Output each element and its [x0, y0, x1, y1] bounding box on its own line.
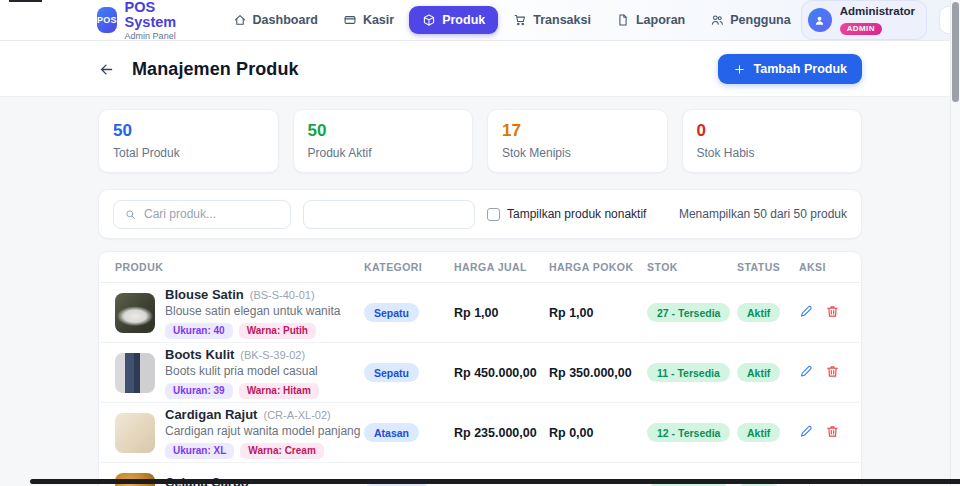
stat-value: 17 — [502, 121, 653, 141]
stock-pill: 27 - Tersedia — [647, 303, 730, 322]
size-badge: Ukuran: XL — [165, 443, 234, 459]
pencil-icon — [799, 424, 814, 439]
cost-price: Rp 0,00 — [549, 426, 593, 440]
table-row: Cardigan Rajut (CR-A-XL-02) Cardigan raj… — [99, 403, 861, 463]
table-row: Blouse Satin (BS-S-40-01) Blouse satin e… — [99, 283, 861, 343]
size-badge: Ukuran: 40 — [165, 323, 233, 339]
color-badge: Warna: Cream — [240, 443, 323, 459]
cost-price: Rp 1,00 — [549, 306, 593, 320]
stats-row: 50Total Produk50Produk Aktif17Stok Menip… — [98, 109, 862, 173]
nav-item-laporan[interactable]: Laporan — [606, 7, 695, 33]
top-navbar: POS POS System Admin Panel DashboardKasi… — [0, 0, 960, 41]
file-icon — [616, 13, 630, 27]
app-subtitle: Admin Panel — [125, 31, 183, 41]
category-pill: Sepatu — [364, 363, 419, 382]
back-button[interactable] — [98, 58, 120, 80]
nav-item-transaksi[interactable]: Transaksi — [503, 7, 601, 33]
filter-bar: Tampilkan produk nonaktif Menampilkan 50… — [98, 189, 862, 239]
app-logo: POS — [97, 7, 117, 33]
show-inactive-group: Tampilkan produk nonaktif — [487, 207, 646, 221]
app-viewport: POS POS System Admin Panel DashboardKasi… — [0, 0, 960, 486]
category-pill: Atasan — [364, 423, 419, 442]
page-title: Manajemen Produk — [132, 59, 299, 80]
role-badge: ADMIN — [840, 23, 882, 35]
scrollbar-thumb[interactable] — [952, 2, 959, 102]
logo-text: POS — [97, 15, 117, 25]
stat-value: 0 — [697, 121, 848, 141]
column-header: STATUS — [737, 261, 799, 273]
add-product-button[interactable]: Tambah Produk — [718, 54, 862, 84]
cost-price: Rp 350.000,00 — [549, 366, 632, 380]
header-right: Administrator ADMIN Keluar — [801, 0, 960, 40]
color-badge: Warna: Hitam — [239, 383, 319, 399]
status-pill: Aktif — [737, 423, 780, 442]
category-pill: Sepatu — [364, 303, 419, 322]
page-header: Manajemen Produk Tambah Produk — [0, 41, 960, 97]
main-nav: DashboardKasirProdukTransaksiLaporanPeng… — [223, 6, 801, 34]
stat-label: Stok Menipis — [502, 146, 653, 160]
delete-button[interactable] — [825, 364, 840, 382]
stat-label: Stok Habis — [697, 146, 848, 160]
table-header: PRODUKKATEGORIHARGA JUALHARGA POKOKSTOKS… — [99, 252, 861, 283]
scrollbar-track[interactable] — [950, 0, 960, 486]
show-inactive-checkbox[interactable] — [487, 208, 500, 221]
stat-value: 50 — [113, 121, 264, 141]
add-product-label: Tambah Produk — [753, 62, 847, 76]
column-header: PRODUK — [115, 261, 364, 273]
stat-label: Produk Aktif — [308, 146, 459, 160]
stat-card: 50Total Produk — [98, 109, 279, 173]
stat-card: 50Produk Aktif — [293, 109, 474, 173]
stat-card: 17Stok Menipis — [487, 109, 668, 173]
column-header: STOK — [647, 261, 737, 273]
delete-button[interactable] — [825, 304, 840, 322]
trash-icon — [825, 304, 840, 319]
trash-icon — [825, 424, 840, 439]
users-icon — [710, 13, 724, 27]
size-badge: Ukuran: 39 — [165, 383, 233, 399]
edit-button[interactable] — [799, 304, 814, 322]
product-description: Cardigan rajut wanita model panjang — [165, 424, 360, 438]
search-input[interactable] — [144, 207, 280, 221]
window-edge-top — [9, 0, 42, 2]
product-image — [115, 293, 155, 333]
user-icon — [813, 14, 826, 27]
product-sku: (BK-S-39-02) — [240, 349, 305, 361]
nav-item-kasir[interactable]: Kasir — [333, 7, 404, 33]
delete-button[interactable] — [825, 424, 840, 442]
nav-item-dashboard[interactable]: Dashboard — [223, 7, 328, 33]
product-description: Boots kulit pria model casual — [165, 364, 319, 378]
user-menu[interactable]: Administrator ADMIN — [801, 0, 927, 40]
product-image — [115, 413, 155, 453]
column-header: AKSI — [799, 261, 845, 273]
avatar — [808, 8, 832, 32]
nav-item-pengguna[interactable]: Pengguna — [700, 7, 800, 33]
stat-label: Total Produk — [113, 146, 264, 160]
table-row: Boots Kulit (BK-S-39-02) Boots kulit pri… — [99, 343, 861, 403]
card-icon — [343, 13, 357, 27]
edit-button[interactable] — [799, 364, 814, 382]
edit-button[interactable] — [799, 424, 814, 442]
brand: POS POS System Admin Panel — [97, 0, 183, 41]
product-description: Blouse satin elegan untuk wanita — [165, 304, 340, 318]
category-filter-input[interactable] — [303, 200, 475, 229]
cart-icon — [513, 13, 527, 27]
column-header: HARGA POKOK — [549, 261, 647, 273]
box-icon — [422, 13, 436, 27]
product-name: Cardigan Rajut — [165, 407, 257, 422]
show-inactive-label: Tampilkan produk nonaktif — [507, 207, 646, 221]
sell-price: Rp 235.000,00 — [454, 426, 537, 440]
column-header: KATEGORI — [364, 261, 454, 273]
color-badge: Warna: Putih — [239, 323, 316, 339]
nav-item-produk[interactable]: Produk — [409, 6, 498, 34]
result-summary: Menampilkan 50 dari 50 produk — [679, 207, 847, 221]
stock-pill: 12 - Tersedia — [647, 423, 730, 442]
table-body: Blouse Satin (BS-S-40-01) Blouse satin e… — [99, 283, 861, 486]
app-name: POS System — [125, 0, 183, 30]
main-content: 50Total Produk50Produk Aktif17Stok Menip… — [98, 109, 862, 486]
sell-price: Rp 450.000,00 — [454, 366, 537, 380]
arrow-left-icon — [98, 61, 115, 78]
product-name: Blouse Satin — [165, 287, 244, 302]
plus-icon — [733, 63, 746, 76]
user-name: Administrator — [840, 5, 915, 17]
search-icon — [124, 208, 137, 221]
